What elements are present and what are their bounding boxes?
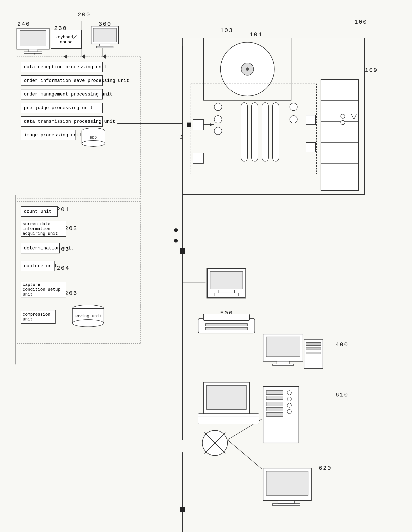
svg-rect-97 — [266, 407, 283, 411]
ref-103: 103 — [220, 27, 233, 34]
filled-square-bottom — [180, 507, 185, 512]
svg-rect-28 — [97, 46, 113, 48]
unit-capture-condition: capture condition setup unit — [21, 282, 66, 297]
saving-unit-shape: saving unit — [69, 305, 107, 328]
diagram-container: 200 240 230 300 100 103 104 108 109 105 … — [0, 0, 412, 532]
svg-rect-75 — [218, 290, 235, 293]
svg-rect-53 — [273, 103, 279, 161]
svg-rect-88 — [306, 352, 321, 354]
svg-point-70 — [341, 114, 345, 118]
keyboard-mouse-box: keyboad／ mouse — [51, 30, 82, 49]
network-router — [201, 429, 228, 458]
svg-rect-108 — [278, 501, 294, 504]
svg-rect-27 — [100, 44, 110, 46]
svg-rect-84 — [273, 364, 294, 365]
unit-determination: determination unit — [21, 243, 60, 253]
machine-100-mid — [206, 268, 246, 298]
device-500 — [197, 312, 256, 338]
svg-point-54 — [290, 103, 297, 111]
svg-rect-90 — [206, 385, 246, 409]
device-620 — [262, 467, 325, 510]
svg-point-101 — [287, 403, 291, 407]
svg-rect-83 — [277, 361, 289, 364]
svg-rect-78 — [203, 314, 249, 321]
svg-point-47 — [214, 103, 222, 111]
svg-point-99 — [287, 391, 291, 395]
svg-point-49 — [214, 127, 222, 135]
device-400 — [262, 333, 325, 376]
unit-order-management: order management processing unit — [21, 89, 103, 99]
unit-data-transmission: data transmission processing unit — [21, 116, 103, 127]
svg-rect-72 — [186, 123, 191, 127]
ref-610: 610 — [335, 392, 348, 398]
svg-rect-98 — [266, 413, 283, 416]
svg-rect-109 — [273, 504, 300, 506]
ref-104: 104 — [249, 31, 263, 38]
svg-rect-82 — [266, 337, 300, 357]
svg-rect-107 — [266, 471, 308, 495]
hdd-shape: HDD — [80, 128, 107, 147]
svg-text:saving unit: saving unit — [74, 314, 102, 319]
device-610 — [262, 385, 300, 445]
svg-rect-58 — [193, 153, 203, 163]
unit-order-info-save: order information save processing unit — [21, 76, 103, 86]
unit-compression: compression unit — [21, 310, 56, 323]
svg-rect-80 — [206, 327, 247, 330]
unit-screen-date: screen date information acquiring unit — [21, 221, 66, 237]
dot-marker-2 — [174, 239, 178, 243]
svg-point-100 — [287, 397, 291, 401]
svg-rect-96 — [266, 402, 283, 406]
svg-rect-74 — [210, 272, 243, 289]
unit-capture: capture unit — [21, 261, 55, 271]
svg-text:HDD: HDD — [90, 135, 97, 140]
unit-count: count unit — [21, 206, 58, 217]
svg-rect-56 — [306, 115, 315, 125]
ref-109: 109 — [365, 67, 378, 74]
ref-200: 200 — [78, 11, 91, 18]
svg-rect-52 — [262, 103, 268, 161]
svg-rect-87 — [306, 348, 321, 350]
svg-point-102 — [287, 409, 291, 414]
unit-data-reception: data reception processing unit — [21, 62, 103, 72]
svg-rect-51 — [252, 103, 258, 161]
unit-pre-judge: pre-judge processing unit — [21, 103, 103, 113]
filled-square-top — [180, 248, 185, 254]
device-600 — [197, 381, 260, 428]
svg-rect-26 — [93, 28, 116, 42]
svg-rect-86 — [306, 342, 321, 346]
svg-rect-45 — [193, 119, 203, 130]
monitor-300 — [90, 25, 119, 50]
svg-point-43 — [246, 67, 249, 71]
svg-rect-79 — [206, 323, 247, 326]
svg-point-71 — [341, 120, 345, 125]
svg-rect-24 — [24, 52, 42, 53]
svg-rect-23 — [28, 49, 38, 52]
ref-100-top: 100 — [354, 19, 367, 25]
ref-240: 240 — [17, 21, 30, 28]
svg-rect-91 — [198, 414, 259, 424]
svg-rect-94 — [266, 391, 283, 394]
svg-rect-22 — [20, 30, 46, 46]
svg-point-48 — [214, 116, 222, 123]
svg-point-31 — [82, 141, 105, 146]
ref-400: 400 — [335, 342, 348, 348]
svg-point-37 — [72, 320, 104, 327]
svg-rect-57 — [306, 142, 315, 152]
svg-rect-76 — [214, 293, 239, 296]
svg-rect-95 — [266, 396, 283, 400]
unit-image-processing: image processing unit — [21, 130, 76, 140]
svg-rect-50 — [241, 103, 247, 161]
svg-line-19 — [227, 440, 262, 469]
monitor-240 — [16, 27, 50, 55]
dot-marker-1 — [174, 228, 178, 232]
svg-point-55 — [290, 116, 297, 123]
